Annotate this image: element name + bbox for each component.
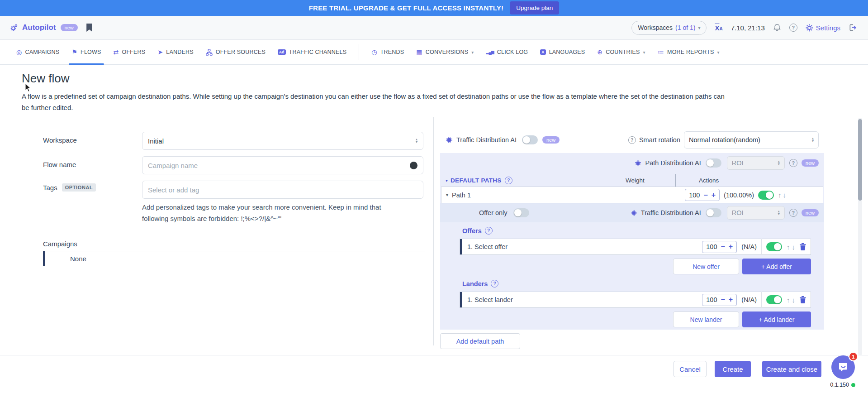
scrollbar-thumb[interactable] — [858, 119, 862, 201]
delete-lander-trash-icon[interactable] — [800, 296, 806, 303]
path-ai-metric-select[interactable]: ROI ▴▾ — [727, 156, 785, 170]
plus-icon[interactable]: + — [729, 243, 733, 250]
plus-icon[interactable]: + — [729, 296, 733, 303]
minus-icon[interactable]: − — [703, 192, 707, 199]
footer-divider — [0, 355, 868, 355]
nav-tab-click-log[interactable]: ▂▄▆CLICK LOG — [486, 40, 528, 65]
move-up-icon[interactable]: ↑ — [787, 243, 790, 251]
offer-row[interactable]: 1. Select offer 100 − + (N/A) ↑ ↓ — [460, 239, 811, 255]
bookmark-icon[interactable] — [86, 24, 93, 32]
path-weight-stepper[interactable]: 100 − + — [685, 189, 720, 201]
nav-tab-languages[interactable]: ALANGUAGES — [540, 40, 585, 65]
path-weight-percent: (100.00%) — [724, 192, 754, 199]
path-row[interactable]: ▾ Path 1 100 − + (100.00%) ↑ ↓ — [441, 187, 823, 203]
offer-sources-sitemap-icon — [206, 49, 213, 56]
path-traffic-ai-metric-select[interactable]: ROI ▴▾ — [727, 206, 785, 220]
select-spinner-icon: ▴▾ — [812, 137, 814, 143]
flow-name-input[interactable] — [148, 162, 410, 169]
nav-tab-conversions[interactable]: ▦CONVERSIONS▾ — [416, 40, 474, 65]
tags-optional-badge: OPTIONAL — [62, 183, 96, 192]
workspace-label: Workspace — [43, 136, 77, 144]
lander-buttons: New lander + Add lander — [673, 312, 811, 327]
lander-enabled-toggle[interactable] — [766, 295, 782, 304]
offers-help-icon[interactable]: ? — [485, 227, 493, 235]
lander-weight-stepper[interactable]: 100 − + — [702, 294, 737, 306]
plus-icon[interactable]: + — [711, 192, 716, 199]
create-button[interactable]: Create — [715, 361, 751, 377]
move-down-icon[interactable]: ↓ — [792, 243, 796, 251]
path-distribution-ai-row: Path Distribution AI ROI ▴▾ ? new — [635, 156, 819, 170]
smart-rotation-select[interactable]: Normal rotation(random) ▴▾ — [684, 131, 819, 149]
notifications-bell-icon[interactable] — [773, 24, 781, 32]
offer-only-toggle[interactable] — [513, 208, 529, 217]
version-number: 0.1.150 — [830, 382, 849, 388]
landers-help-icon[interactable]: ? — [491, 280, 498, 288]
page: FREE TRIAL. UPGRADE & GET FULL ACCESS IN… — [0, 0, 868, 393]
path-traffic-ai-label: Traffic Distribution AI — [641, 209, 701, 216]
trial-banner: FREE TRIAL. UPGRADE & GET FULL ACCESS IN… — [0, 0, 868, 16]
move-up-icon[interactable]: ↑ — [787, 296, 790, 304]
new-lander-button[interactable]: New lander — [673, 312, 739, 327]
nav-tab-offers[interactable]: ⇄OFFERS — [114, 40, 146, 65]
minus-icon[interactable]: − — [721, 296, 725, 303]
lander-row[interactable]: 1. Select lander 100 − + (N/A) ↑ ↓ — [460, 292, 811, 308]
add-offer-button[interactable]: + Add offer — [742, 259, 811, 274]
new-offer-button[interactable]: New offer — [673, 259, 739, 274]
cancel-button[interactable]: Cancel — [674, 361, 707, 377]
settings-label: Settings — [816, 24, 840, 32]
nav-tab-campaigns[interactable]: ◎CAMPAIGNS — [16, 40, 59, 65]
chevron-down-icon: ▾ — [471, 50, 474, 55]
flow-color-dot[interactable] — [410, 162, 417, 169]
tags-input[interactable] — [148, 186, 417, 194]
move-down-icon[interactable]: ↓ — [783, 191, 787, 199]
add-default-path-button[interactable]: Add default path — [440, 333, 520, 349]
move-down-icon[interactable]: ↓ — [792, 296, 796, 304]
campaigns-none-row: None — [43, 251, 425, 266]
version-info: 0.1.150 — [830, 382, 855, 388]
delete-offer-trash-icon[interactable] — [800, 243, 806, 250]
nav-tab-countries[interactable]: ⊕COUNTRIES▾ — [597, 40, 645, 65]
weight-column-header: Weight — [626, 177, 645, 184]
smart-rotation-help-icon[interactable]: ? — [628, 136, 636, 144]
traffic-ai-toggle[interactable] — [522, 135, 538, 144]
traffic-channels-ad-icon: Ad — [278, 49, 286, 55]
collapse-chevron-icon[interactable]: ▾ — [446, 192, 448, 197]
upgrade-plan-button[interactable]: Upgrade plan — [510, 1, 559, 14]
nav-tab-traffic-channels[interactable]: AdTRAFFIC CHANNELS — [278, 40, 346, 65]
nav-tab-flows[interactable]: ⚑FLOWS — [71, 40, 101, 65]
path-enabled-toggle[interactable] — [758, 191, 774, 200]
nav-tab-trends[interactable]: ◷TRENDS — [371, 40, 404, 65]
settings-button[interactable]: Settings — [806, 24, 840, 32]
offer-only-row: Offer only Traffic Distribution AI ROI ▴… — [440, 203, 824, 222]
campaigns-value: None — [70, 255, 86, 263]
path-ai-help-icon[interactable]: ? — [789, 159, 797, 167]
offer-row-label: 1. Select offer — [467, 243, 508, 250]
offer-enabled-toggle[interactable] — [766, 242, 782, 251]
app-title[interactable]: Autopilot — [22, 23, 56, 32]
offer-weight-stepper[interactable]: 100 − + — [702, 241, 737, 253]
workspace-select[interactable]: Initial ▴▾ — [142, 132, 423, 150]
nav-tab-more-reports[interactable]: ≔MORE REPORTS▾ — [658, 40, 720, 65]
scrollbar-track[interactable] — [858, 118, 862, 355]
help-icon[interactable]: ? — [789, 24, 797, 32]
nav-tab-offer-sources[interactable]: OFFER SOURCES — [206, 40, 266, 65]
select-spinner-icon: ▴▾ — [778, 210, 780, 216]
minus-icon[interactable]: − — [721, 243, 725, 250]
offer-weight-value: 100 — [706, 243, 717, 250]
add-lander-button[interactable]: + Add lander — [742, 312, 811, 327]
move-up-icon[interactable]: ↑ — [778, 191, 782, 199]
nav-tab-landers[interactable]: ➤LANDERS — [157, 40, 193, 65]
create-and-close-button[interactable]: Create and close — [762, 361, 821, 377]
logout-icon[interactable] — [849, 24, 857, 32]
collapse-chevron-icon[interactable]: ▾ — [446, 178, 448, 183]
more-reports-list-icon: ≔ — [658, 48, 664, 56]
row-accent-bar — [43, 251, 45, 266]
path-ai-toggle[interactable] — [706, 158, 721, 168]
workspaces-dropdown[interactable]: Workspaces (1 of 1) ▾ — [631, 21, 707, 35]
path-traffic-ai-help-icon[interactable]: ? — [789, 209, 797, 217]
tags-helper-text: Add personalized tags to make your searc… — [142, 201, 381, 224]
path-traffic-ai-toggle[interactable] — [706, 208, 721, 217]
translate-icon[interactable]: XA — [715, 24, 722, 32]
default-paths-help-icon[interactable]: ? — [505, 177, 512, 184]
workspaces-count: (1 of 1) — [675, 24, 695, 31]
